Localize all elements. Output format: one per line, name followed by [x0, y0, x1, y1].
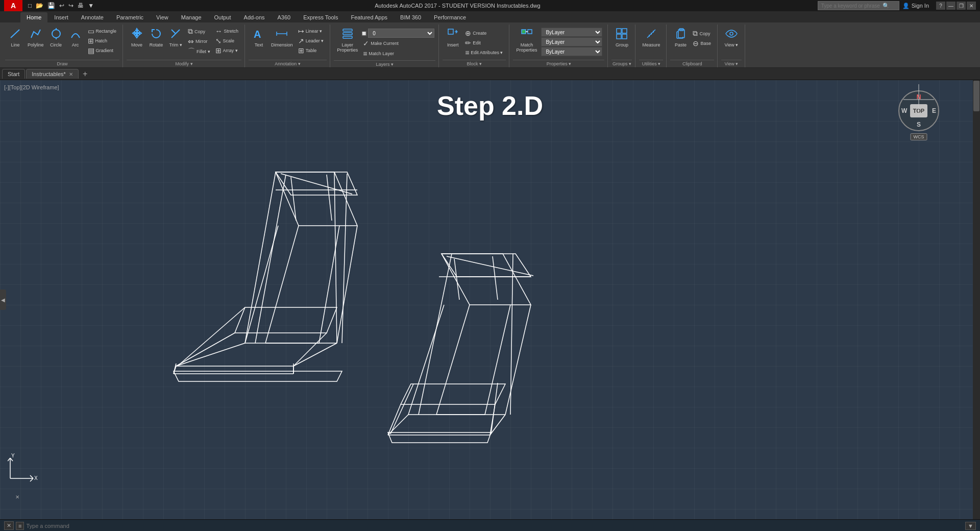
mirror-button[interactable]: ⇔ Mirror: [186, 37, 212, 46]
edit-attributes-button[interactable]: ≡ Edit Attributes ▾: [463, 48, 505, 57]
lineweight-select[interactable]: ByLayer: [541, 47, 602, 56]
left-panel-toggle[interactable]: ◀: [0, 289, 6, 310]
new-tab-button[interactable]: +: [80, 70, 90, 78]
tab-featuredapps[interactable]: Featured Apps: [345, 12, 394, 22]
svg-line-63: [505, 305, 531, 415]
restore-button[interactable]: ❐: [957, 2, 966, 10]
command-dropdown-button[interactable]: ▼: [965, 522, 976, 530]
create-button[interactable]: ⊕ Create: [463, 29, 505, 38]
tab-insert[interactable]: Insert: [48, 12, 75, 22]
tab-expresstools[interactable]: Express Tools: [297, 12, 344, 22]
command-input[interactable]: [26, 523, 963, 529]
sign-in-label[interactable]: Sign In: [912, 3, 929, 9]
qat-new[interactable]: □: [27, 2, 33, 10]
search-box[interactable]: 🔍: [818, 1, 899, 10]
match-properties-button[interactable]: MatchProperties: [514, 27, 539, 54]
leader-button[interactable]: ↗ Leader ▾: [296, 36, 326, 45]
search-input[interactable]: [821, 3, 883, 9]
tab-output[interactable]: Output: [208, 12, 237, 22]
hatch-button[interactable]: ⊞ Hatch: [86, 36, 119, 45]
vertical-scrollbar[interactable]: [973, 80, 980, 519]
view-button[interactable]: View ▾: [722, 27, 741, 49]
group-button[interactable]: Group: [612, 27, 631, 49]
layers-group-label: Layers ▾: [334, 60, 435, 68]
group-icon: [616, 28, 628, 41]
qat-open[interactable]: 📂: [34, 2, 45, 10]
tab-performance[interactable]: Performance: [428, 12, 472, 22]
tab-view[interactable]: View: [150, 12, 175, 22]
scroll-thumb[interactable]: [973, 81, 979, 111]
copy-button[interactable]: ⧉ Copy: [186, 27, 212, 36]
command-menu-button[interactable]: ≡: [16, 522, 24, 530]
paste-button[interactable]: Paste: [671, 27, 690, 49]
tab-bim360[interactable]: BIM 360: [394, 12, 427, 22]
qat-dropdown[interactable]: ▼: [86, 2, 95, 10]
base-icon: ⊖: [693, 39, 699, 47]
match-layer-icon: ≡: [363, 50, 367, 58]
qat-undo[interactable]: ↩: [58, 2, 66, 10]
trim-button[interactable]: Trim ▾: [166, 27, 185, 49]
close-tab-instructables[interactable]: ✕: [69, 71, 73, 77]
fillet-button[interactable]: ⌒ Fillet ▾: [186, 46, 212, 57]
hatch-icon: ⊞: [88, 37, 94, 45]
tab-home[interactable]: Home: [20, 12, 47, 22]
linear-icon: ↦: [298, 27, 304, 35]
stretch-button[interactable]: ↔ Stretch: [213, 27, 241, 36]
qat-print[interactable]: 🖶: [76, 2, 85, 10]
hatch-label: Hatch: [95, 38, 108, 43]
ribbon-group-annotation: A Text Dimension ↦ Linear ▾ ↗: [246, 25, 330, 67]
tab-addons[interactable]: Add-ons: [238, 12, 271, 22]
tab-instructables[interactable]: Instructables* ✕: [26, 69, 79, 79]
tab-a360[interactable]: A360: [272, 12, 297, 22]
array-label: Array ▾: [223, 48, 238, 53]
tab-start[interactable]: Start: [2, 69, 25, 79]
sign-in-area[interactable]: 👤 Sign In: [902, 3, 929, 9]
tab-start-label: Start: [8, 71, 19, 77]
tab-annotate[interactable]: Annotate: [75, 12, 110, 22]
scale-icon: ⤡: [215, 37, 222, 45]
stretch-label: Stretch: [224, 29, 239, 34]
line-button[interactable]: Line: [6, 27, 24, 49]
viewport-label: [-][Top][2D Wireframe]: [4, 84, 59, 90]
close-button[interactable]: ✕: [967, 2, 976, 10]
layer-select[interactable]: 0: [368, 29, 434, 38]
insert-button[interactable]: Insert: [444, 27, 462, 49]
tab-manage[interactable]: Manage: [175, 12, 208, 22]
tab-parametric[interactable]: Parametric: [110, 12, 150, 22]
svg-text:A: A: [254, 29, 261, 40]
ucs-icon: X Y: [8, 453, 38, 484]
scale-button[interactable]: ⤡ Scale: [213, 36, 241, 45]
view-label: View ▾: [725, 42, 739, 47]
gradient-button[interactable]: ▤ Gradient: [86, 46, 119, 55]
arc-button[interactable]: Arc: [66, 27, 85, 49]
qat-redo[interactable]: ↪: [67, 2, 75, 10]
minimize-button[interactable]: —: [946, 2, 955, 10]
help-button[interactable]: ?: [936, 2, 945, 10]
app-button[interactable]: A: [4, 0, 22, 11]
qat-save[interactable]: 💾: [46, 2, 57, 10]
match-layer-button[interactable]: ≡ Match Layer: [361, 49, 434, 58]
rectangle-button[interactable]: ▭ Rectangle: [86, 27, 119, 36]
base-button[interactable]: ⊖ Base: [691, 39, 713, 48]
linear-button[interactable]: ↦ Linear ▾: [296, 27, 326, 36]
make-current-button[interactable]: ✓ Make Current: [361, 39, 434, 48]
rotate-button[interactable]: Rotate: [147, 27, 165, 49]
polyline-button[interactable]: Polyline: [26, 27, 46, 49]
measure-button[interactable]: Measure: [640, 27, 662, 49]
move-button[interactable]: Move: [128, 27, 146, 49]
copy-clip-button[interactable]: ⧉ Copy: [691, 29, 713, 38]
command-bar: ✕ ≡ ▼: [0, 519, 980, 531]
text-button[interactable]: A Text: [250, 27, 268, 49]
array-button[interactable]: ⊞ Array ▾: [213, 46, 241, 55]
table-button[interactable]: ⊞ Table: [296, 46, 326, 55]
search-icon: 🔍: [883, 3, 890, 9]
layer-properties-label: LayerProperties: [337, 42, 358, 53]
dimension-button[interactable]: Dimension: [269, 27, 295, 49]
edit-block-button[interactable]: ✏ Edit: [463, 38, 505, 47]
layer-properties-button[interactable]: LayerProperties: [335, 27, 360, 54]
clipboard-buttons: Paste ⧉ Copy ⊖ Base: [670, 25, 714, 60]
circle-button[interactable]: Circle: [47, 27, 65, 49]
color-select[interactable]: ByLayer: [541, 28, 602, 37]
command-close-button[interactable]: ✕: [4, 521, 14, 530]
linetype-select[interactable]: ByLayer: [541, 37, 602, 46]
